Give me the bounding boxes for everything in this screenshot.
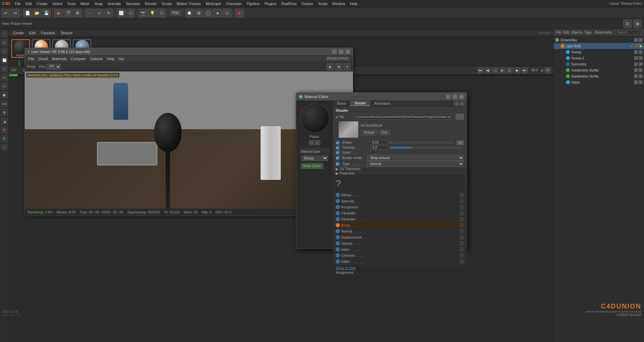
lv-menu-options[interactable]: Options	[89, 56, 104, 61]
sweep-vis-btn[interactable]: ✓	[634, 50, 638, 54]
lb-render-btn[interactable]: ✓	[634, 44, 638, 48]
menu-select[interactable]: Select	[50, 1, 65, 6]
redo-btn[interactable]: ↪	[11, 9, 19, 17]
new-btn[interactable]: 📄	[23, 9, 32, 17]
menu-create[interactable]: Create	[35, 1, 50, 6]
prev-key-btn[interactable]: ◁	[492, 67, 498, 74]
record-btn[interactable]: ⏺	[235, 9, 244, 17]
menu-render[interactable]: Render	[143, 1, 159, 6]
editor-check[interactable]: ✓	[460, 259, 464, 263]
menu-file[interactable]: File	[13, 1, 23, 6]
specular-check[interactable]: ✓	[460, 199, 464, 203]
play-btn[interactable]: ▶	[499, 67, 505, 74]
wireframe-btn[interactable]: ⬡	[223, 9, 231, 17]
shader-browse-btn[interactable]: ...	[456, 114, 464, 120]
tab-basic[interactable]: Basic	[333, 101, 350, 106]
tree-item-glass[interactable]: Glass ✓ ✓	[554, 79, 644, 85]
sidebar-icon-x[interactable]: X	[1, 126, 8, 134]
lv-menu-cloud[interactable]: Cloud	[37, 56, 49, 61]
tree-item-symmetry[interactable]: Symmetry ✓ ✓	[554, 61, 644, 67]
subdiv2-vis-btn[interactable]: ✓	[634, 74, 638, 78]
tree-item-subdivision2[interactable]: Subdivision Surfac ✓ ✓	[554, 73, 644, 79]
sweep-render-btn[interactable]: ✓	[639, 50, 643, 54]
mat-editor-maximize[interactable]: □	[452, 94, 457, 99]
sidebar-icon-select[interactable]: ⬜	[1, 56, 8, 64]
rp-menu-file[interactable]: File	[556, 31, 561, 34]
bump-check[interactable]: ✓	[460, 223, 464, 227]
sidebar-icon-knife[interactable]: ✂	[1, 83, 8, 90]
subdiv1-vis-btn[interactable]: ✓	[634, 68, 638, 72]
solid-btn[interactable]: ●	[213, 9, 222, 17]
filmindex-dot[interactable]	[336, 217, 340, 221]
rp-menu-bookmarks[interactable]: Bookmarks	[595, 31, 612, 34]
filmindex-check[interactable]: ✓	[460, 217, 464, 221]
lv-restart-btn[interactable]: ↺	[343, 63, 351, 70]
lv-menu-gui[interactable]: Gui	[117, 56, 125, 61]
sidebar-icon-extrude[interactable]: ⬆	[1, 109, 8, 116]
sym-vis-btn[interactable]: ✓	[634, 62, 638, 66]
power-tex-btn[interactable]: tex	[457, 140, 464, 145]
picture-viewer-label[interactable]: Picture Viewer	[11, 22, 32, 26]
bump-dot[interactable]	[336, 223, 340, 227]
live-viewer-maximize[interactable]: □	[339, 49, 343, 54]
power-slider-track[interactable]	[390, 142, 454, 144]
menu-octane[interactable]: Octane	[299, 1, 315, 6]
editor-dot[interactable]	[336, 259, 340, 263]
sidebar-icon-poly[interactable]: ⬟	[1, 91, 8, 99]
tl-menu-function[interactable]: Function	[40, 31, 56, 35]
sidebar-icon-move[interactable]: ↕	[1, 30, 8, 38]
rp-menu-edit[interactable]: Edit	[563, 31, 569, 34]
common-dot[interactable]	[336, 253, 340, 257]
menu-character[interactable]: Character	[224, 1, 244, 6]
filmwidth-dot[interactable]	[336, 211, 340, 215]
power-value[interactable]	[371, 140, 387, 145]
lv-menu-materials[interactable]: Materials	[50, 56, 68, 61]
prev-frame-btn[interactable]: ◀	[485, 67, 491, 74]
save-btn[interactable]: 💾	[42, 9, 51, 17]
tree-item-octanesky[interactable]: OctaneSky ✓ ✓	[554, 37, 644, 43]
menu-script[interactable]: Script	[316, 1, 329, 6]
roughness-check[interactable]: ✓	[460, 205, 464, 209]
sidebar-icon-y[interactable]: Y	[1, 135, 8, 142]
scale-btn[interactable]: ⤢	[95, 9, 104, 17]
octanesky-render-btn[interactable]: ✓	[639, 38, 643, 42]
diffuse-dot[interactable]	[336, 193, 340, 197]
tree-item-sweep2[interactable]: Sweep.2 ✓ ✓	[554, 55, 644, 61]
show-in-help-btn[interactable]: Show In Help	[336, 266, 356, 270]
sidebar-icon-paint[interactable]: ✏	[1, 74, 8, 81]
menu-window[interactable]: Window	[330, 1, 347, 6]
sweep2-vis-btn[interactable]: ✓	[634, 56, 638, 60]
common-check[interactable]: ✓	[460, 253, 464, 257]
live-viewer-close[interactable]: ✕	[345, 49, 350, 54]
tab-animation[interactable]: Animation	[370, 101, 394, 106]
loop-btn[interactable]: ↻	[545, 67, 551, 74]
move-btn[interactable]: ↔	[86, 9, 94, 17]
sym-render-btn[interactable]: ✓	[639, 62, 643, 66]
sweep2-render-btn[interactable]: ✓	[639, 56, 643, 60]
channel-select[interactable]: PT	[47, 64, 61, 70]
next-key-btn[interactable]: ▷	[507, 67, 513, 74]
scene-search-input[interactable]	[615, 30, 642, 35]
menu-realflow[interactable]: RealFlow	[279, 1, 299, 6]
opacity-check[interactable]: ✓	[460, 241, 464, 245]
filmwidth-check[interactable]: ✓	[460, 211, 464, 215]
render-settings-btn[interactable]: ⚙	[73, 9, 82, 17]
frame-all-btn[interactable]: ⊞	[633, 19, 642, 28]
sidebar-icon-mirror[interactable]: ⟺	[1, 100, 8, 107]
subdiv1-render-btn[interactable]: ✓	[639, 68, 643, 72]
mat-prev-btn[interactable]: ◁	[309, 140, 314, 145]
menu-simulate[interactable]: Simulate	[124, 1, 142, 6]
subdiv2-render-btn[interactable]: ✓	[639, 74, 643, 78]
index-check[interactable]: ✓	[460, 247, 464, 251]
tree-item-subdivision1[interactable]: Subdivision Surfac ✓ ✓	[554, 67, 644, 73]
roughness-dot[interactable]	[336, 205, 340, 209]
menu-sculpt[interactable]: Sculpt	[160, 1, 174, 6]
diffuse-check[interactable]: ✓	[460, 193, 464, 197]
lv-menu-compare[interactable]: Compare	[69, 56, 87, 61]
opacity-dot[interactable]	[336, 241, 340, 245]
index-dot[interactable]	[336, 247, 340, 251]
glass-vis-btn[interactable]: ✓	[634, 80, 638, 84]
zoom-fit-btn[interactable]: ⊡	[623, 19, 632, 28]
menu-mograph[interactable]: MoGraph	[204, 1, 223, 6]
camera-btn[interactable]: 📷	[139, 9, 147, 17]
